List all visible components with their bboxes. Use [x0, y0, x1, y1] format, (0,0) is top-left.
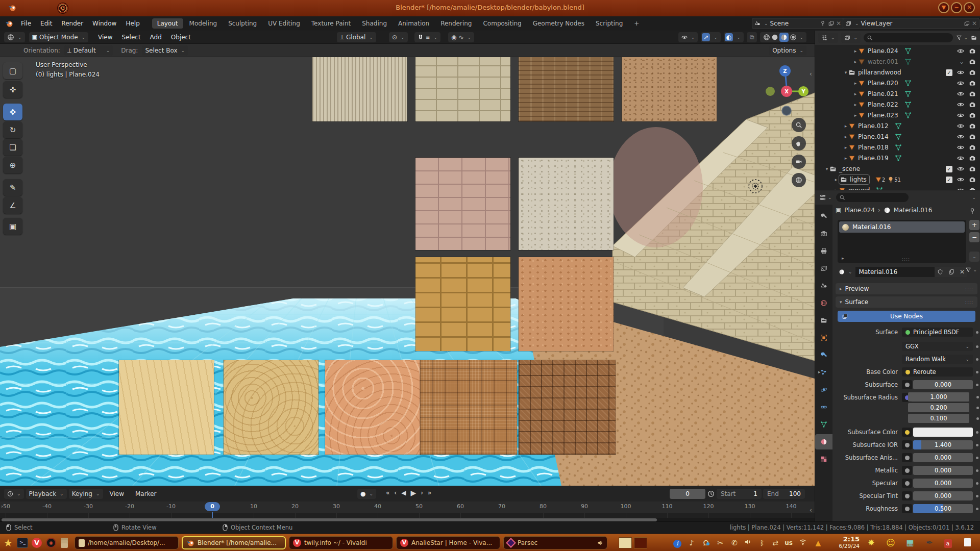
hide-eye-icon[interactable]: [957, 155, 964, 162]
launcher-terminal-icon[interactable]: >_: [16, 537, 29, 549]
playhead-current-frame[interactable]: 0: [205, 502, 220, 511]
tray-calculator-icon[interactable]: ▦: [904, 538, 916, 547]
timeline-track[interactable]: [0, 513, 815, 518]
outliner-row[interactable]: ▸Plane.018: [815, 142, 980, 153]
outliner-row-collection-active[interactable]: ▸lights251✓: [815, 174, 980, 185]
new-collection-icon[interactable]: [971, 35, 977, 41]
tray-window-icon[interactable]: [962, 538, 973, 548]
outliner-filter-dropdown[interactable]: ⌄: [956, 35, 968, 41]
new-material-copy-icon[interactable]: [946, 267, 957, 277]
outliner-row[interactable]: ▸Plane.019: [815, 153, 980, 163]
taskbar-window-parsec[interactable]: Parsec: [503, 536, 607, 549]
playback-menu[interactable]: Playback⌄: [26, 489, 67, 499]
wireframe-shading-icon[interactable]: [763, 34, 770, 41]
subsurface-anisotropy-socket[interactable]: [902, 453, 912, 462]
shade-button[interactable]: ▼: [938, 2, 949, 13]
add-slot-button[interactable]: +: [969, 220, 979, 230]
render-visibility-icon[interactable]: [969, 155, 976, 162]
subsurface-anisotropy-slider[interactable]: 0.000: [913, 453, 973, 462]
render-visibility-icon[interactable]: [969, 144, 976, 151]
tray-phone-icon[interactable]: ✆: [729, 538, 740, 547]
texture-plane-dark-wood[interactable]: [519, 57, 614, 121]
tray-volume-icon[interactable]: [742, 538, 753, 547]
selectability-dropdown[interactable]: ⌄: [678, 32, 698, 42]
subsurface-color-socket[interactable]: [902, 428, 912, 437]
texture-plane-gold-brick[interactable]: [415, 257, 510, 351]
tool-rotate[interactable]: ↻: [3, 121, 22, 138]
tray-warning-icon[interactable]: ▲: [813, 538, 824, 547]
tray-dictionary-icon[interactable]: a: [942, 538, 953, 548]
tab-modifier-properties[interactable]: [815, 347, 832, 363]
launcher-media-icon[interactable]: ◉: [45, 537, 57, 549]
hide-eye-icon[interactable]: [957, 112, 964, 119]
hide-eye-icon[interactable]: [957, 90, 964, 97]
drag-setting-dropdown[interactable]: Select Box⌄: [142, 45, 188, 56]
outliner-row[interactable]: ▸Plane.022: [815, 99, 980, 110]
hide-eye-icon[interactable]: [957, 176, 964, 183]
tab-tool-properties[interactable]: [815, 209, 832, 224]
jump-to-end-button[interactable]: »: [428, 489, 431, 496]
specular-slider[interactable]: 0.000: [913, 479, 973, 488]
pivot-point-dropdown[interactable]: ⊙⌄: [389, 32, 408, 42]
metallic-slider[interactable]: 0.000: [913, 466, 973, 475]
zoom-button[interactable]: [792, 118, 806, 132]
render-visibility-icon[interactable]: [969, 122, 976, 130]
tab-texture-properties[interactable]: [815, 452, 832, 467]
auto-keyframe-toggle[interactable]: ●⌄: [357, 489, 376, 499]
overlays-toggle[interactable]: ◐⌄: [724, 32, 744, 42]
pin-id-icon[interactable]: [969, 208, 976, 215]
tab-collection-properties[interactable]: [815, 313, 832, 328]
prev-keyframe-button[interactable]: ‹: [394, 489, 397, 496]
texture-plane-check-light[interactable]: [420, 360, 517, 455]
properties-editor-dropdown[interactable]: ⌄: [819, 194, 832, 201]
tool-cursor[interactable]: ✜: [3, 81, 22, 98]
outliner-row[interactable]: ▸Plane.020: [815, 78, 980, 88]
tab-geometry-nodes[interactable]: Geometry Nodes: [528, 18, 590, 29]
tray-music-icon[interactable]: ♪: [686, 538, 697, 547]
render-visibility-icon[interactable]: [969, 133, 976, 140]
tab-material-properties[interactable]: [815, 434, 832, 449]
properties-options-dropdown[interactable]: ⌄: [972, 195, 976, 200]
orientation-setting-dropdown[interactable]: ⟂Default⌄: [64, 45, 113, 56]
material-specials-dropdown[interactable]: ⌄: [965, 267, 977, 273]
render-visibility-icon[interactable]: [969, 69, 976, 76]
surface-panel-header[interactable]: ▾Surface::::: [836, 296, 977, 308]
outliner-row[interactable]: ▸ground: [815, 185, 980, 190]
timeline-editor-dropdown[interactable]: ⌄: [4, 489, 24, 499]
tab-viewlayer-properties[interactable]: [815, 261, 832, 276]
launcher-archive-icon[interactable]: [58, 537, 70, 549]
tab-scene-properties[interactable]: [815, 278, 832, 293]
tray-info-icon[interactable]: i: [672, 538, 683, 548]
close-button[interactable]: ✕: [964, 2, 975, 13]
menu-window[interactable]: Window: [88, 20, 121, 27]
render-visibility-icon[interactable]: [969, 176, 976, 183]
tab-output-properties[interactable]: [815, 243, 832, 259]
hidden-eye-icon[interactable]: ⌄: [959, 58, 964, 65]
texture-plane-pink-brick[interactable]: [415, 158, 510, 250]
use-nodes-button[interactable]: Use Nodes: [838, 311, 975, 322]
play-reverse-button[interactable]: ◀: [401, 489, 406, 496]
timeline-collapse-arrow[interactable]: ‹: [810, 507, 812, 514]
tab-render-properties[interactable]: [815, 226, 832, 241]
camera-view-button[interactable]: [792, 155, 806, 169]
tab-world-properties[interactable]: [815, 295, 832, 311]
outliner-row[interactable]: ▸Plane.021: [815, 89, 980, 99]
tab-sculpting[interactable]: Sculpting: [223, 18, 262, 29]
render-visibility-icon[interactable]: [969, 80, 976, 87]
hide-eye-icon[interactable]: [957, 101, 964, 108]
mode-dropdown[interactable]: ▣ Object Mode⌄: [29, 32, 89, 42]
breadcrumb-object[interactable]: Plane.024: [844, 207, 875, 214]
sidebar-collapse-arrow[interactable]: ‹: [810, 70, 812, 78]
editor-type-dropdown[interactable]: ⌄: [4, 32, 25, 42]
viewlayer-name[interactable]: ViewLayer: [861, 20, 962, 27]
outliner-row[interactable]: ▸water.001⌄: [815, 57, 980, 67]
texture-plane-striped-wood[interactable]: [312, 57, 407, 121]
render-visibility-icon[interactable]: [969, 90, 976, 97]
radius-x-field[interactable]: 1.000: [908, 392, 969, 402]
gizmos-toggle[interactable]: ↗⌄: [701, 32, 721, 42]
taskbar-window-vivaldi-1[interactable]: V twily.info ~/ - Vivaldi: [289, 536, 393, 549]
browse-material-dropdown[interactable]: ⌄: [836, 267, 855, 277]
outliner-display-mode-dropdown[interactable]: ⌄: [818, 33, 838, 43]
remove-viewlayer-icon[interactable]: ✕: [972, 20, 977, 27]
texture-plane-orange-marble[interactable]: [325, 360, 420, 455]
